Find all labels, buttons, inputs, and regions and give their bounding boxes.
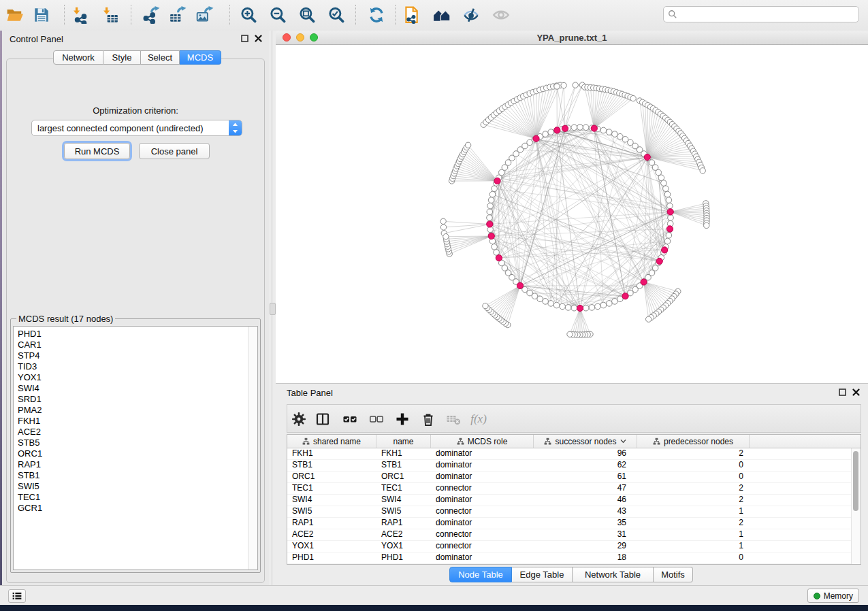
network-canvas[interactable] [276, 45, 868, 383]
network-view-window: YPA_prune.txt_1 [276, 31, 868, 383]
splitter-grip[interactable] [270, 303, 276, 315]
table-scrollbar[interactable] [851, 448, 861, 564]
table-row[interactable]: STB1STB1dominator620 [287, 460, 852, 472]
zoom-out-button[interactable] [267, 4, 289, 26]
export-table-icon [169, 6, 187, 24]
tab-network[interactable]: Network [53, 50, 103, 65]
mcds-result-item[interactable]: FKH1 [14, 416, 248, 427]
network-from-document-button[interactable] [400, 4, 422, 26]
tab-edge-table[interactable]: Edge Table [512, 567, 573, 582]
mcds-result-item[interactable]: YOX1 [14, 372, 248, 383]
float-panel-button[interactable] [241, 34, 250, 43]
unselect-all-button[interactable] [368, 410, 385, 428]
mcds-result-item[interactable]: ACE2 [14, 427, 248, 437]
column-header-name[interactable]: name [376, 435, 431, 448]
tab-select[interactable]: Select [141, 50, 180, 65]
run-mcds-button[interactable]: Run MCDS [64, 143, 130, 159]
mcds-result-item[interactable]: CAR1 [14, 340, 248, 350]
panel-splitter[interactable] [269, 31, 276, 585]
settings-button[interactable] [290, 410, 308, 428]
export-table-button[interactable] [167, 4, 189, 26]
table-cell: 29 [534, 541, 637, 552]
mcds-result-item[interactable]: PHD1 [14, 327, 248, 340]
mcds-result-item[interactable]: STB5 [14, 437, 248, 448]
mcds-result-item[interactable]: SWI4 [14, 383, 248, 394]
table-row[interactable]: PHD1PHD1dominator180 [287, 552, 852, 564]
mcds-list-scrollbar[interactable] [248, 327, 257, 569]
mcds-result-item[interactable]: STB1 [14, 470, 248, 481]
column-header-shared-name[interactable]: shared name [287, 435, 376, 448]
column-header-mcds-role[interactable]: MCDS role [431, 435, 534, 448]
scrollbar-thumb[interactable] [853, 451, 858, 511]
zoom-fit-button[interactable] [296, 4, 318, 26]
table-cell: dominator [431, 518, 534, 529]
table-row[interactable]: YOX1YOX1connector291 [287, 541, 852, 552]
function-builder-button: f(x) [470, 410, 487, 428]
table-cell: SWI5 [376, 506, 431, 517]
delete-table-button [445, 410, 462, 428]
mcds-result-item[interactable]: SWI5 [14, 481, 248, 492]
search-input[interactable] [681, 9, 854, 20]
tab-network-table[interactable]: Network Table [573, 567, 654, 582]
select-all-button[interactable] [341, 410, 359, 428]
mcds-result-item[interactable]: GCR1 [14, 503, 248, 514]
mcds-result-item[interactable]: PMA2 [14, 405, 248, 416]
table-cell: FKH1 [376, 448, 431, 459]
zoom-selected-button[interactable] [325, 4, 347, 26]
float-table-panel-button[interactable] [839, 388, 848, 397]
apply-layout-button[interactable] [366, 4, 387, 26]
mcds-result-group: MCDS result (17 nodes) PHD1CAR1STP4TID3Y… [10, 318, 261, 573]
optimization-criterion-select[interactable]: largest connected component (undirected) [31, 120, 242, 136]
delete-row-button[interactable] [419, 410, 437, 428]
tab-style[interactable]: Style [103, 50, 141, 65]
mcds-result-item[interactable]: TEC1 [14, 492, 248, 503]
export-network-icon [142, 6, 160, 24]
table-cell-filler [750, 529, 852, 540]
export-network-button[interactable] [140, 4, 162, 26]
close-table-panel-button[interactable] [852, 388, 861, 397]
save-session-icon [33, 6, 50, 24]
column-header-successor-nodes[interactable]: successor nodes [534, 435, 637, 448]
column-label: predecessor nodes [664, 437, 733, 446]
search-box[interactable] [663, 6, 859, 22]
table-row[interactable]: ORC1ORC1dominator610 [287, 472, 852, 483]
mcds-result-item[interactable]: RAP1 [14, 459, 248, 470]
table-cell: dominator [431, 552, 534, 563]
save-session-button[interactable] [31, 4, 52, 26]
close-mcds-panel-button[interactable]: Close panel [139, 143, 210, 159]
table-row[interactable]: RAP1RAP1dominator352 [287, 518, 852, 529]
show-panels-menu-button[interactable] [8, 589, 26, 603]
table-cell: 35 [534, 518, 637, 529]
table-row[interactable]: SWI5SWI5connector431 [287, 506, 852, 518]
table-row[interactable]: SWI4SWI4dominator462 [287, 495, 852, 506]
tab-motifs[interactable]: Motifs [654, 567, 693, 582]
zoom-in-button[interactable] [238, 4, 259, 26]
mcds-result-item[interactable]: SRD1 [14, 394, 248, 405]
add-row-button[interactable] [393, 410, 411, 428]
table-row[interactable]: TEC1TEC1connector472 [287, 483, 852, 495]
home-button[interactable] [431, 4, 453, 26]
network-window-titlebar[interactable]: YPA_prune.txt_1 [276, 31, 868, 45]
mcds-result-item[interactable]: STP4 [14, 350, 248, 361]
show-graphics-icon [492, 6, 510, 24]
open-file-button[interactable] [4, 4, 26, 26]
show-columns-button[interactable] [314, 410, 332, 428]
table-row[interactable]: ACE2ACE2connector311 [287, 529, 852, 541]
column-header-predecessor-nodes[interactable]: predecessor nodes [637, 435, 750, 448]
close-panel-button[interactable] [255, 34, 263, 43]
hide-graphics-button[interactable] [460, 4, 482, 26]
import-network-button[interactable] [69, 4, 91, 26]
select-all-icon [342, 412, 358, 427]
table-row[interactable]: FKH1FKH1dominator962 [287, 448, 852, 460]
import-table-button[interactable] [99, 4, 121, 26]
search-icon [668, 10, 677, 19]
mcds-result-item[interactable]: TID3 [14, 361, 248, 372]
memory-button[interactable]: Memory [807, 589, 859, 603]
export-image-button[interactable] [194, 4, 216, 26]
mcds-result-list[interactable]: PHD1CAR1STP4TID3YOX1SWI4SRD1PMA2FKH1ACE2… [14, 327, 248, 569]
tab-node-table[interactable]: Node Table [449, 567, 512, 582]
mcds-result-item[interactable]: ORC1 [14, 448, 248, 459]
tab-mcds[interactable]: MCDS [180, 50, 221, 65]
column-label: name [393, 437, 413, 446]
zoom-in-icon [240, 6, 257, 24]
